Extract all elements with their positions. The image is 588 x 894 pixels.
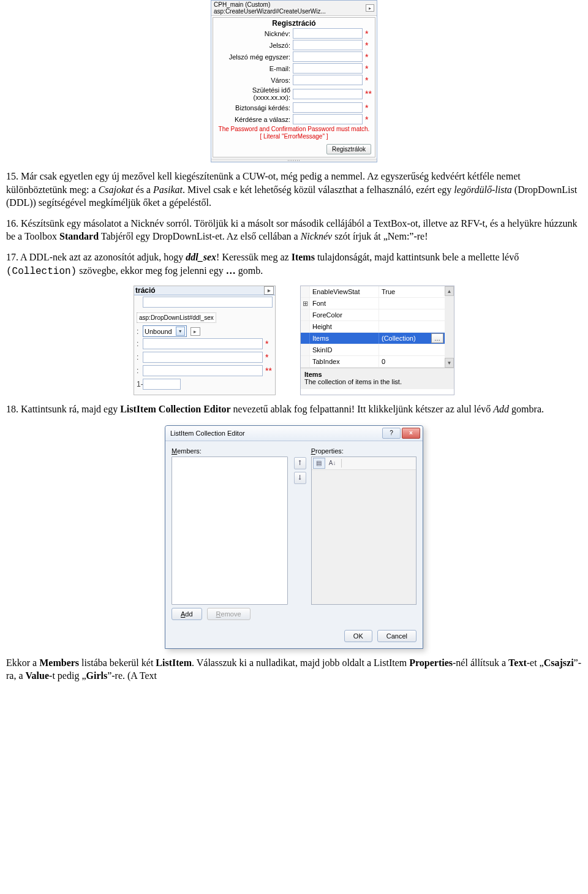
input-varos[interactable]	[293, 75, 363, 85]
designer-input[interactable]	[143, 297, 273, 308]
input-nicknev[interactable]	[293, 28, 363, 39]
literal-error-message: [ Literal "ErrorMessage" ]	[213, 133, 375, 142]
required-star: *	[363, 53, 372, 61]
pg-row-forecolor[interactable]: ForeColor	[301, 309, 445, 321]
paragraph-end: Ekkor a Members listába bekerül két List…	[6, 656, 582, 683]
alphabetical-icon[interactable]: A↓	[326, 458, 339, 469]
pg-row-items[interactable]: Items(Collection)…	[301, 333, 445, 344]
scrollbar[interactable]: ▲ ▼	[445, 286, 454, 368]
expand-icon[interactable]: ⊞	[301, 298, 310, 309]
scroll-up-icon[interactable]: ▲	[445, 286, 454, 296]
pg-row-font[interactable]: ⊞Font	[301, 298, 445, 309]
resize-handle[interactable]	[211, 159, 377, 162]
input-jelszo[interactable]	[293, 40, 363, 50]
input-szuletesi[interactable]	[293, 89, 363, 99]
paragraph-17: 17. A DDL-nek azt az azonosítót adjuk, h…	[6, 251, 582, 278]
input-email[interactable]	[293, 63, 363, 74]
input-kerdes[interactable]	[293, 102, 363, 113]
label-valasz: Kérdésre a válasz:	[216, 116, 293, 123]
remove-button: Remove	[207, 608, 251, 620]
listitem-collection-editor: ListItem Collection Editor ? × Members: …	[165, 425, 423, 649]
dialog-title: ListItem Collection Editor	[170, 430, 381, 437]
move-up-button[interactable]: 🠕	[294, 457, 306, 469]
dialog-titlebar[interactable]: ListItem Collection Editor ? ×	[165, 426, 423, 441]
ddl-control[interactable]: Unbound	[143, 325, 187, 337]
smart-tag-icon[interactable]	[190, 327, 200, 336]
password-mismatch-message: The Password and Confirmation Password m…	[213, 125, 375, 133]
designer-crop-title: tráció	[135, 286, 156, 295]
paragraph-15: 15. Már csak egyetlen egy új mezővel kel…	[6, 170, 582, 210]
required-star: *	[263, 340, 273, 347]
create-user-wizard-design: CPH_main (Custom) asp:CreateUserWizard#C…	[211, 0, 377, 162]
property-grid: EnableViewStatTrue ⊞Font ForeColor Heigh…	[300, 286, 454, 395]
add-button[interactable]: Add	[172, 608, 202, 620]
required-star: *	[363, 30, 372, 37]
paragraph-16: 16. Készítsünk egy másolatot a Nicknév s…	[6, 217, 582, 243]
label-varos: Város:	[216, 77, 293, 84]
pg-row-skinid[interactable]: SkinID	[301, 344, 445, 356]
control-tag: asp:DropDownList#ddl_sex	[137, 313, 216, 323]
close-button[interactable]: ×	[402, 428, 420, 439]
required-star: *	[363, 77, 372, 84]
move-down-button[interactable]: 🠗	[294, 472, 306, 484]
pg-row-height[interactable]: Height	[301, 321, 445, 333]
pg-row-tabindex[interactable]: TabIndex0	[301, 356, 445, 368]
input-jelszo2[interactable]	[293, 51, 363, 62]
label-szuletesi: Születési idő (xxxx.xx.xx):	[216, 86, 293, 101]
smart-tag-icon[interactable]	[366, 4, 374, 12]
required-star: *	[363, 104, 372, 112]
designer-input[interactable]	[143, 338, 263, 349]
label-jelszo: Jelszó:	[216, 42, 293, 49]
label-jelszo2: Jelszó még egyszer:	[216, 53, 293, 61]
designer-input[interactable]	[143, 379, 181, 390]
required-star: **	[263, 367, 273, 374]
input-valasz[interactable]	[293, 114, 363, 124]
designer-input[interactable]	[143, 365, 263, 376]
cancel-button[interactable]: Cancel	[377, 630, 417, 642]
ok-button[interactable]: OK	[344, 630, 372, 642]
form-heading: Regisztráció	[213, 18, 375, 28]
register-button[interactable]: Regisztrálok	[326, 144, 371, 154]
chevron-down-icon[interactable]	[176, 327, 185, 336]
required-star: *	[363, 116, 372, 123]
pg-row-enableviewstate[interactable]: EnableViewStatTrue	[301, 286, 445, 298]
members-listbox[interactable]	[172, 456, 288, 605]
designer-title: CPH_main (Custom) asp:CreateUserWizard#C…	[211, 1, 377, 16]
properties-grid[interactable]: ▤ A↓	[311, 456, 417, 605]
smart-tag-icon[interactable]	[264, 286, 274, 295]
designer-title-text: CPH_main (Custom) asp:CreateUserWizard#C…	[214, 1, 366, 15]
label-nicknev: Nicknév:	[216, 30, 293, 37]
properties-label: Properties:	[311, 447, 417, 455]
paragraph-18: 18. Kattintsunk rá, majd egy ListItem Co…	[6, 403, 582, 416]
label-email: E-mail:	[216, 65, 293, 72]
ddl-text: Unbound	[145, 328, 172, 335]
required-star: **	[363, 90, 372, 97]
designer-input[interactable]	[143, 352, 263, 363]
pg-desc-text: The collection of items in the list.	[304, 378, 450, 385]
label-kerdes: Biztonsági kérdés:	[216, 104, 293, 112]
categorized-icon[interactable]: ▤	[313, 458, 325, 469]
designer-crop: tráció asp:DropDownList#ddl_sex : Unboun…	[134, 286, 276, 395]
required-star: *	[263, 354, 273, 361]
ellipsis-button[interactable]: …	[431, 333, 443, 343]
pg-desc-title: Items	[304, 371, 450, 378]
required-star: *	[363, 42, 372, 49]
members-label: Members:	[172, 447, 288, 455]
scroll-down-icon[interactable]: ▼	[445, 358, 454, 368]
help-button[interactable]: ?	[382, 428, 401, 439]
required-star: *	[363, 65, 372, 72]
